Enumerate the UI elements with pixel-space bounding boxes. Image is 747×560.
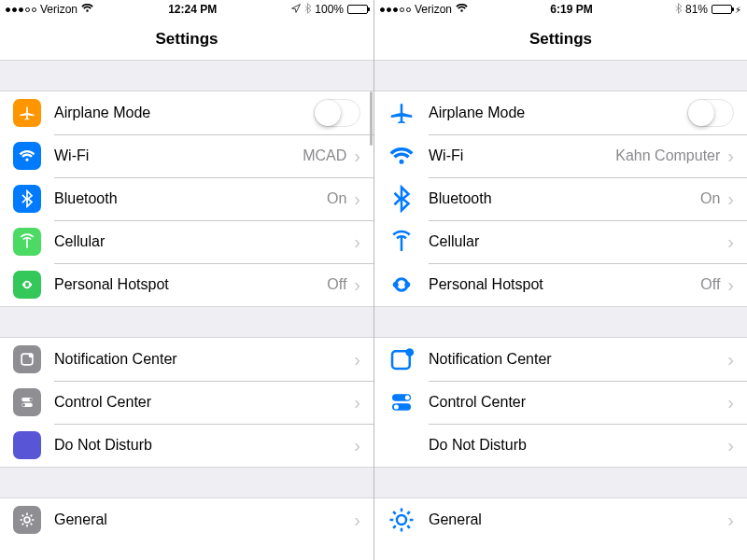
hotspot-row[interactable]: Personal Hotspot Off › [0, 263, 374, 306]
page-title: Settings [374, 19, 747, 60]
hotspot-row[interactable]: Personal Hotspot Off › [374, 263, 747, 306]
control-center-icon [13, 388, 41, 416]
bluetooth-label: Bluetooth [54, 190, 118, 207]
svg-point-16 [394, 405, 399, 410]
airplane-mode-toggle[interactable] [314, 99, 360, 127]
chevron-right-icon: › [727, 189, 734, 210]
section-gap [0, 306, 374, 338]
cellular-row[interactable]: Cellular › [0, 220, 374, 263]
clock-label: 6:19 PM [550, 3, 592, 16]
location-arrow-icon [291, 3, 301, 16]
moon-icon [388, 431, 416, 459]
gear-icon [13, 506, 41, 534]
charging-bolt-icon: ⚡︎ [735, 5, 741, 15]
wifi-value: Kahn Computer [615, 147, 720, 164]
cellular-label: Cellular [429, 233, 479, 250]
airplane-mode-row[interactable]: Airplane Mode [0, 91, 374, 134]
chevron-right-icon: › [354, 146, 360, 167]
section-gap [374, 467, 747, 498]
control-center-row[interactable]: Control Center › [0, 381, 374, 424]
scroll-indicator[interactable] [370, 91, 373, 146]
wifi-label: Wi-Fi [54, 147, 89, 164]
moon-icon [13, 431, 41, 459]
signal-strength-icon [6, 7, 36, 12]
page-title: Settings [0, 19, 374, 60]
control-center-label: Control Center [54, 394, 151, 411]
svg-point-3 [29, 353, 34, 357]
svg-point-12 [405, 348, 414, 357]
signal-strength-icon [380, 7, 411, 12]
bluetooth-row[interactable]: Bluetooth On › [0, 177, 374, 220]
notification-center-label: Notification Center [54, 351, 177, 368]
bluetooth-value: On [327, 190, 346, 207]
cellular-icon [13, 228, 41, 256]
section-gap [374, 306, 747, 338]
airplane-icon [13, 99, 41, 127]
notification-center-icon [13, 345, 41, 373]
notification-center-row[interactable]: Notification Center › [0, 338, 374, 381]
clock-label: 12:24 PM [168, 3, 217, 16]
hotspot-icon [388, 271, 416, 299]
wifi-icon [456, 3, 468, 16]
hotspot-value: Off [327, 276, 346, 293]
hotspot-label: Personal Hotspot [429, 276, 543, 293]
settings-screen-right: Verizon 6:19 PM 81% ⚡︎ Settings Airplane… [374, 0, 747, 560]
airplane-mode-label: Airplane Mode [429, 105, 525, 121]
section-gap [374, 60, 747, 91]
chevron-right-icon: › [727, 510, 734, 531]
dnd-label: Do Not Disturb [54, 437, 152, 454]
chevron-right-icon: › [727, 349, 734, 371]
airplane-mode-label: Airplane Mode [54, 105, 150, 121]
svg-point-14 [405, 396, 410, 400]
chevron-right-icon: › [354, 189, 360, 210]
dnd-label: Do Not Disturb [429, 437, 527, 454]
carrier-label: Verizon [415, 3, 452, 16]
svg-point-8 [24, 517, 30, 523]
battery-percent-label: 81% [685, 3, 708, 16]
wifi-icon [388, 142, 416, 170]
general-row[interactable]: General › [374, 498, 747, 541]
chevron-right-icon: › [354, 392, 360, 413]
wifi-icon [13, 142, 41, 170]
control-center-row[interactable]: Control Center › [374, 381, 747, 424]
chevron-right-icon: › [727, 146, 734, 167]
bluetooth-label: Bluetooth [429, 190, 492, 207]
wifi-row[interactable]: Wi-Fi MCAD › [0, 134, 374, 177]
status-bar: Verizon 12:24 PM 100% [0, 0, 374, 19]
gear-icon [388, 506, 416, 534]
svg-point-0 [22, 283, 26, 287]
dnd-row[interactable]: Do Not Disturb › [0, 424, 374, 467]
cellular-row[interactable]: Cellular › [374, 220, 747, 263]
chevron-right-icon: › [727, 392, 734, 413]
notification-center-row[interactable]: Notification Center › [374, 338, 747, 381]
hotspot-icon [13, 271, 41, 299]
airplane-mode-toggle[interactable] [687, 99, 734, 127]
notification-center-label: Notification Center [429, 351, 552, 368]
dnd-row[interactable]: Do Not Disturb › [374, 424, 747, 467]
hotspot-label: Personal Hotspot [54, 276, 169, 293]
airplane-mode-row[interactable]: Airplane Mode [374, 91, 747, 134]
general-label: General [429, 511, 482, 528]
section-gap [0, 467, 374, 498]
chevron-right-icon: › [354, 274, 360, 296]
bluetooth-row[interactable]: Bluetooth On › [374, 177, 747, 220]
wifi-row[interactable]: Wi-Fi Kahn Computer › [374, 134, 747, 177]
notification-center-icon [388, 345, 416, 373]
wifi-icon [81, 3, 93, 16]
wifi-value: MCAD [303, 147, 346, 164]
wifi-label: Wi-Fi [429, 147, 463, 164]
svg-point-10 [404, 282, 410, 287]
bluetooth-icon [13, 185, 41, 213]
control-center-icon [388, 388, 416, 416]
general-row[interactable]: General › [0, 498, 374, 541]
battery-percent-label: 100% [315, 3, 344, 16]
cellular-icon [388, 228, 416, 256]
control-center-label: Control Center [429, 394, 526, 411]
section-gap [0, 60, 374, 91]
bluetooth-icon [304, 3, 311, 17]
battery-icon: ⚡︎ [712, 5, 741, 15]
svg-point-9 [393, 282, 399, 287]
chevron-right-icon: › [727, 231, 734, 253]
general-label: General [54, 511, 107, 528]
hotspot-value: Off [700, 276, 720, 293]
